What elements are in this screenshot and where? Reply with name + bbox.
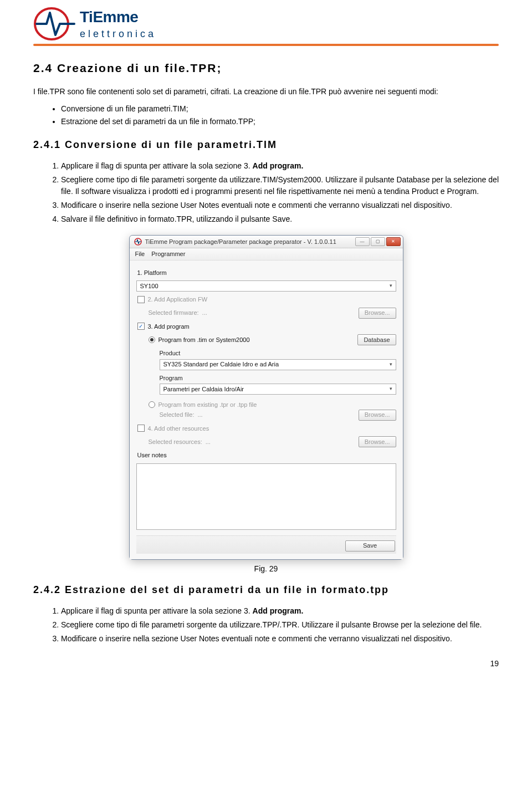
section-2-4-intro: I file.TPR sono file contenenti solo set… [33,86,499,98]
section-2-4-title: 2.4 Creazione di un file.TPR; [33,59,499,77]
program-label: Program [160,374,396,383]
section-2-checkbox[interactable] [137,296,145,303]
section-3-label: 3. Add program [148,322,190,331]
program-combo[interactable]: Parametri per Caldaia Idro/Air ▾ [160,384,396,395]
product-combo[interactable]: SY325 Standard per Caldaie Idro e ad Ari… [160,359,396,370]
brand-top: TiEmme [80,6,156,29]
radio-tim-label: Program from .tim or System2000 [158,335,250,345]
chevron-down-icon: ▾ [390,385,392,393]
minimize-button[interactable]: — [355,237,370,246]
header-rule [33,44,499,46]
step-item: Applicare il flag di spunta per attivare… [61,160,499,172]
chevron-down-icon: ▾ [390,282,392,290]
save-button[interactable]: Save [345,540,395,551]
window-title: TiEmme Program package/Parameter package… [145,237,336,247]
selected-firmware-value: ... [202,308,207,318]
close-button[interactable]: ✕ [386,237,401,246]
brand-bot: elettronica [80,27,156,42]
selected-resources-label: Selected resources: [149,437,202,447]
program-value: Parametri per Caldaia Idro/Air [163,385,244,394]
section-3-row: 3. Add program [137,322,395,331]
radio-tpr-tpp[interactable] [149,401,155,408]
user-notes-label: User notes [137,451,395,460]
selected-firmware-label: Selected firmware: [149,308,199,318]
radio-tim-system2000[interactable] [149,336,155,343]
maximize-button[interactable]: ▢ [371,237,385,246]
step-item: Applicare il flag di spunta per attivare… [61,605,499,617]
step-item: Modificare o inserire nella sezione User… [61,633,499,645]
step-item: Salvare il file definitivo in formato.TP… [61,213,499,225]
user-notes-textarea[interactable] [136,463,396,530]
browse-resources-button[interactable]: Browse... [359,436,396,447]
section-4-row: 4. Add other resources [137,424,395,433]
section-2-4-bullets: Conversione di un file parametri.TIM; Es… [61,103,499,127]
section-2-4-2-title: 2.4.2 Estrazione del set di parametri da… [33,583,499,597]
section-1-platform-label: 1. Platform [137,268,395,278]
section-3-checkbox[interactable] [137,323,145,330]
app-icon [134,238,142,246]
logo-mark [33,7,78,40]
selected-resources-value: ... [206,437,211,447]
page-header: TiEmme elettronica [33,0,499,44]
product-value: SY325 Standard per Caldaie Idro e ad Ari… [163,360,279,369]
menu-item-programmer[interactable]: Programmer [151,249,185,259]
section-2-4-1-steps: Applicare il flag di spunta per attivare… [61,160,499,225]
section-4-label: 4. Add other resources [148,424,209,433]
platform-value: SY100 [140,282,158,291]
selected-file-value: ... [197,410,202,420]
bullet-item: Conversione di un file parametri.TIM; [61,103,499,115]
browse-program-file-button[interactable]: Browse... [359,410,396,421]
section-2-row: 2. Add Application FW [137,295,395,304]
browse-firmware-button[interactable]: Browse... [359,308,396,319]
bullet-item: Estrazione del set di parametri da un fi… [61,116,499,127]
radio-tpr-label: Program from existing .tpr or .tpp file [158,400,257,410]
product-label: Product [160,349,396,358]
database-button[interactable]: Database [357,334,396,345]
menu-bar: File Programmer [130,248,403,261]
selected-file-label: Selected file: [160,410,195,420]
figure-caption: Fig. 29 [33,563,499,575]
section-2-label: 2. Add Application FW [148,295,208,304]
platform-combo[interactable]: SY100 ▾ [136,280,396,292]
window-titlebar: TiEmme Program package/Parameter package… [130,236,403,249]
app-window: TiEmme Program package/Parameter package… [129,235,403,560]
step-item: Scegliere come tipo di file parametri so… [61,619,499,631]
step-item: Modificare o inserire nella sezione User… [61,200,499,211]
chevron-down-icon: ▾ [390,361,392,369]
page-number: 19 [33,658,499,670]
logo-text: TiEmme elettronica [80,6,156,42]
section-2-4-2-steps: Applicare il flag di spunta per attivare… [61,605,499,645]
section-2-4-1-title: 2.4.1 Conversione di un file parametri.T… [33,137,499,152]
step-item: Scegliere come tipo di file parametri so… [61,174,499,197]
menu-item-file[interactable]: File [135,249,145,259]
section-4-checkbox[interactable] [137,425,145,432]
